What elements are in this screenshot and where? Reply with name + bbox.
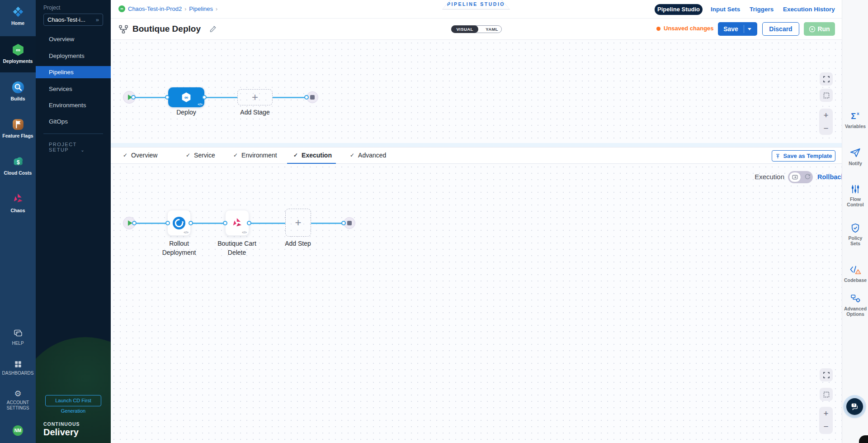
toolbar-policy-sets[interactable]: Policy Sets bbox=[842, 223, 868, 246]
nav-triggers[interactable]: Triggers bbox=[750, 6, 774, 13]
execution-mode-option[interactable] bbox=[789, 172, 801, 182]
rail-item-label: Deployments bbox=[0, 58, 36, 64]
nav-execution-history[interactable]: Execution History bbox=[783, 6, 835, 13]
rail-item-home[interactable]: Home bbox=[0, 5, 36, 26]
run-button[interactable]: Run bbox=[804, 22, 835, 36]
sidebar-item-overview[interactable]: Overview bbox=[36, 33, 111, 45]
unsaved-dot bbox=[656, 27, 660, 31]
tab-advanced[interactable]: ✓Advanced bbox=[350, 152, 386, 159]
save-as-template-button[interactable]: Save as Template bbox=[772, 150, 835, 162]
rollback-link[interactable]: Rollback bbox=[817, 173, 844, 181]
help-chat-button[interactable]: ? bbox=[846, 398, 863, 415]
pipeline-right-toolbar: Σx Variables Notify Flow Control Policy … bbox=[842, 0, 868, 443]
visual-toggle-option[interactable]: VISUAL bbox=[451, 25, 478, 33]
user-avatar[interactable]: NM bbox=[13, 425, 23, 436]
connector-point[interactable] bbox=[189, 221, 193, 225]
rail-item-label: HELP bbox=[0, 341, 36, 346]
project-sidebar: Project Chaos-Test-i... » Overview Deplo… bbox=[36, 0, 111, 443]
save-caret-icon[interactable] bbox=[748, 28, 751, 30]
toolbar-codebase[interactable]: Codebase bbox=[842, 265, 868, 283]
connector-point[interactable] bbox=[165, 95, 170, 100]
connector-point[interactable] bbox=[202, 95, 207, 100]
connector-point[interactable] bbox=[304, 95, 309, 100]
fit-view-button[interactable] bbox=[820, 89, 833, 102]
save-button[interactable]: Save bbox=[718, 22, 757, 36]
execution-canvas[interactable]: Execution Rollback </> Rol bbox=[111, 164, 842, 443]
toolbar-notify[interactable]: Notify bbox=[842, 147, 868, 166]
harness-home-icon bbox=[11, 5, 25, 19]
tab-service[interactable]: ✓Service bbox=[186, 152, 215, 159]
run-label: Run bbox=[817, 25, 830, 33]
connector-point[interactable] bbox=[223, 221, 227, 225]
toolbar-label: Options bbox=[842, 311, 868, 317]
connector-point[interactable] bbox=[165, 221, 170, 225]
rail-item-deployments[interactable]: ∞ Deployments bbox=[0, 36, 36, 72]
step-rollout-deployment[interactable]: </> bbox=[167, 210, 191, 236]
step-boutique-cart-delete[interactable]: </> bbox=[225, 210, 249, 236]
breadcrumb-pipelines-link[interactable]: Pipelines bbox=[189, 5, 213, 12]
tab-environment[interactable]: ✓Environment bbox=[233, 152, 277, 159]
rail-item-feature-flags[interactable]: Feature Flags bbox=[0, 118, 36, 138]
save-as-template-label: Save as Template bbox=[783, 152, 832, 159]
connector-point[interactable] bbox=[131, 95, 136, 100]
sidebar-item-services[interactable]: Services bbox=[36, 83, 111, 95]
visual-yaml-toggle[interactable]: VISUAL YAML bbox=[451, 25, 502, 33]
connector-point[interactable] bbox=[247, 221, 251, 225]
discard-button[interactable]: Discard bbox=[762, 22, 799, 36]
tab-overview[interactable]: ✓Overview bbox=[123, 152, 157, 159]
yaml-toggle-option[interactable]: YAML bbox=[486, 26, 498, 33]
toolbar-label: Sets bbox=[842, 241, 868, 246]
rail-item-chaos[interactable]: Chaos bbox=[0, 192, 36, 213]
policy-sets-icon bbox=[850, 223, 861, 233]
yaml-code-badge[interactable]: </> bbox=[184, 230, 189, 234]
nav-pipeline-studio[interactable]: Pipeline Studio bbox=[655, 4, 703, 15]
stage-node-deploy[interactable]: ∞ </> bbox=[168, 87, 204, 107]
flow-control-icon bbox=[850, 184, 861, 195]
rail-item-cloud-costs[interactable]: $ Cloud Costs bbox=[0, 155, 36, 176]
selection-icon bbox=[823, 391, 830, 398]
fit-view-button[interactable] bbox=[820, 388, 833, 401]
sidebar-item-gitops[interactable]: GitOps bbox=[36, 115, 111, 128]
add-stage-button[interactable]: + bbox=[237, 89, 273, 105]
sidebar-item-environments[interactable]: Environments bbox=[36, 99, 111, 111]
rail-item-dashboards[interactable]: DASHBOARDS bbox=[0, 360, 36, 376]
notify-icon bbox=[849, 147, 861, 159]
yaml-code-badge[interactable]: </> bbox=[242, 230, 247, 234]
add-step-button[interactable]: + bbox=[285, 209, 311, 237]
rail-item-help[interactable]: ? HELP bbox=[0, 329, 36, 346]
zoom-out-button[interactable]: − bbox=[819, 420, 833, 433]
toolbar-advanced-options[interactable]: Advanced Options bbox=[842, 293, 868, 317]
fullscreen-button[interactable] bbox=[820, 72, 833, 86]
zoom-out-button[interactable]: − bbox=[819, 122, 833, 135]
edit-pencil-icon[interactable] bbox=[209, 25, 217, 33]
stage-canvas[interactable]: ∞ </> Deploy + Add Stage + − bbox=[111, 40, 842, 147]
rail-item-account-settings[interactable]: ⚙ ACCOUNT SETTINGS bbox=[0, 389, 36, 411]
rollback-mode-option[interactable] bbox=[804, 173, 811, 182]
codebase-icon bbox=[849, 265, 861, 276]
rail-item-builds[interactable]: Builds bbox=[0, 81, 36, 101]
toolbar-label: Codebase bbox=[842, 277, 868, 283]
zoom-in-button[interactable]: + bbox=[819, 109, 833, 122]
project-selector[interactable]: Chaos-Test-i... » bbox=[43, 14, 103, 26]
breadcrumb-project-link[interactable]: Chaos-Test-in-Prod2 bbox=[128, 5, 182, 12]
launch-cd-first-gen-button[interactable]: Launch CD First Generation bbox=[45, 395, 101, 406]
execution-rollback-toggle[interactable] bbox=[788, 171, 813, 183]
sidebar-item-deployments[interactable]: Deployments bbox=[36, 50, 111, 62]
connector-point[interactable] bbox=[341, 221, 346, 225]
step-label-line2: Deployment bbox=[162, 249, 196, 256]
toolbar-variables[interactable]: Σx Variables bbox=[842, 110, 868, 129]
project-setup-toggle[interactable]: PROJECT SETUP⌄ bbox=[49, 142, 111, 152]
fullscreen-button[interactable] bbox=[820, 368, 833, 381]
toolbar-flow-control[interactable]: Flow Control bbox=[842, 184, 868, 207]
unsaved-changes-label: Unsaved changes bbox=[664, 25, 714, 32]
expand-selector-icon[interactable]: » bbox=[96, 14, 99, 25]
zoom-in-button[interactable]: + bbox=[819, 407, 833, 420]
tab-execution[interactable]: ✓Execution bbox=[293, 152, 332, 159]
tab-label: Advanced bbox=[358, 152, 386, 159]
sidebar-item-pipelines[interactable]: Pipelines bbox=[36, 66, 111, 78]
connector-point[interactable] bbox=[132, 221, 137, 225]
top-header: ∞ Chaos-Test-in-Prod2 › Pipelines › PIPE… bbox=[111, 0, 842, 19]
nav-input-sets[interactable]: Input Sets bbox=[711, 6, 740, 13]
yaml-code-badge[interactable]: </> bbox=[198, 102, 203, 106]
svg-text:?: ? bbox=[853, 403, 855, 407]
